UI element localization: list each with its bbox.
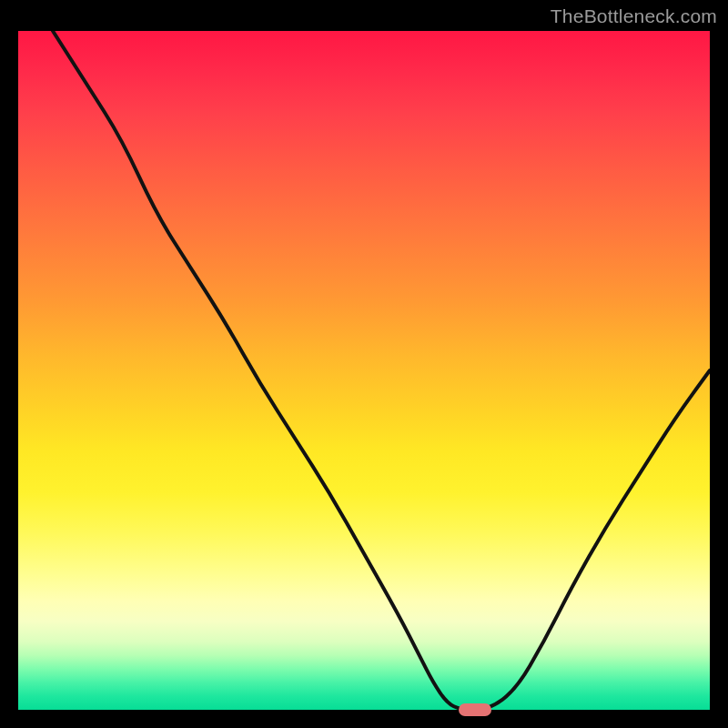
optimal-marker	[459, 703, 491, 716]
bottleneck-curve	[18, 31, 710, 710]
watermark-text: TheBottleneck.com	[551, 5, 717, 27]
chart-frame: TheBottleneck.com	[0, 0, 728, 728]
plot-area	[18, 31, 710, 710]
